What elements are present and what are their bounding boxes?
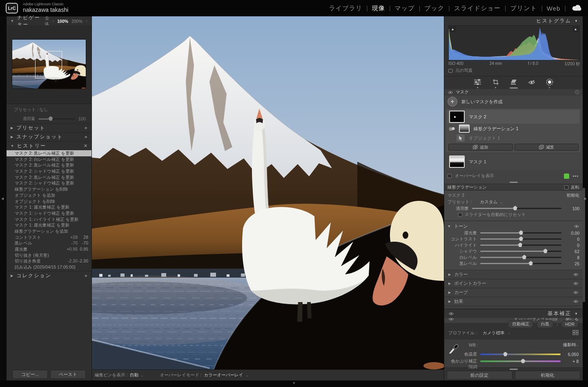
snapshots-panel-header[interactable]: ▶スナップショット+	[7, 132, 91, 141]
history-item[interactable]: コントラスト+2828	[7, 234, 91, 240]
eye-icon[interactable]	[574, 225, 579, 228]
edit-pins-value[interactable]: 自動	[130, 372, 138, 378]
collapse-triangle-icon[interactable]: ▼	[448, 225, 451, 228]
module-0[interactable]: ライブラリ	[329, 4, 363, 12]
add-preset-button[interactable]: +	[84, 125, 87, 131]
mask-2-row[interactable]: マスク 2	[448, 110, 579, 124]
chevron-down-icon[interactable]: ⌄	[141, 374, 144, 377]
module-1[interactable]: 現像	[372, 4, 385, 12]
paste-button[interactable]: ペースト	[50, 370, 86, 379]
history-item[interactable]: 線形グラデーション を削除	[7, 186, 91, 192]
mask-amount-slider[interactable]	[472, 208, 561, 209]
hdr-button[interactable]: HDR	[561, 320, 579, 328]
tone-slider[interactable]	[480, 257, 561, 258]
object-1-row[interactable]: オブジェクト 1	[448, 133, 579, 142]
cloud-sync-icon[interactable]	[572, 4, 582, 13]
nav-zoom-200[interactable]: 200%	[71, 19, 82, 24]
history-item[interactable]: オブジェクト を削除	[7, 198, 91, 205]
reset-mask-button[interactable]: 初期化	[567, 193, 580, 198]
info-icon[interactable]: ⓘ	[575, 89, 579, 96]
add-snapshot-button[interactable]: +	[84, 134, 87, 140]
gradient-1-thumbnail[interactable]	[459, 125, 470, 133]
tone-slider[interactable]	[480, 263, 561, 264]
add-mask-button[interactable]: +	[448, 97, 457, 107]
history-item[interactable]: マスク 2: 白レベル補正 を更新	[7, 156, 91, 162]
module-3[interactable]: ブック	[424, 4, 444, 12]
overlay-options-icon[interactable]: •••	[572, 173, 579, 178]
collapsed-section-カラー[interactable]: ▶カラー	[444, 270, 583, 279]
photo-canvas[interactable]	[92, 16, 444, 369]
histogram-plot[interactable]: ▲ ▲	[448, 25, 580, 60]
tint-slider[interactable]	[480, 360, 561, 362]
original-photo-toggle[interactable]: 元の写真	[448, 68, 472, 73]
history-item[interactable]: マスク 1: 露光量補正 を更新	[7, 204, 91, 210]
healing-tool-icon[interactable]	[510, 78, 518, 86]
module-2[interactable]: マップ	[395, 4, 415, 12]
basic-panel-header[interactable]: 基本補正▼	[444, 309, 583, 318]
tone-slider[interactable]	[480, 232, 561, 234]
navigator-header[interactable]: ▼ ナビゲーター 全体 ↕ 100% 200% ↕	[7, 16, 91, 25]
history-item[interactable]: マスク 2: シャドウ補正 を更新	[7, 168, 91, 174]
bw-button[interactable]: 白黒	[537, 320, 553, 328]
show-overlay-checkbox[interactable]	[448, 174, 452, 178]
masking-tool-icon[interactable]	[546, 78, 554, 86]
history-item[interactable]: マスク 2: 黒レベル補正 を更新	[7, 174, 91, 180]
tone-slider[interactable]	[480, 245, 561, 246]
overlay-mode-value[interactable]: カラーオーバーレイ	[204, 372, 243, 378]
history-item[interactable]: マスク 1: シャドウ補正 を更新	[7, 210, 91, 216]
edit-tool-icon[interactable]	[474, 78, 482, 86]
reset-button[interactable]: 初期化	[515, 371, 581, 380]
tone-slider[interactable]	[480, 251, 561, 252]
nav-zoom-100[interactable]: 100%	[57, 19, 68, 24]
left-panel-collapse-arrow[interactable]: ◀	[0, 16, 7, 380]
mask-add-button[interactable]: 追加	[448, 144, 513, 151]
mask-2-thumbnail[interactable]	[449, 111, 465, 123]
overlay-color-swatch[interactable]	[564, 173, 569, 179]
eye-icon[interactable]	[448, 312, 454, 316]
copy-button[interactable]: コピー...	[12, 370, 48, 379]
gradient-1-row[interactable]: 線形グラデーション 1	[448, 124, 579, 133]
history-item[interactable]: 読み込み (2025/04/15 17:05:00)	[7, 264, 91, 270]
history-item[interactable]: マスク 2: 黒レベル補正 を更新	[7, 150, 91, 156]
history-panel-header[interactable]: ▼ヒストリー✕	[7, 141, 91, 150]
eye-icon[interactable]	[448, 91, 453, 94]
chevron-down-icon[interactable]: ⌄	[508, 331, 511, 335]
preset-amount-slider[interactable]	[38, 118, 75, 120]
module-6[interactable]: Web	[547, 5, 561, 12]
collapsed-section-ポイントカラー[interactable]: ▶ポイントカラー	[444, 279, 583, 288]
mask-subtract-button[interactable]: 減算	[514, 144, 579, 151]
panel-drag-handle[interactable]	[510, 87, 518, 89]
nav-zoom-arrows-icon[interactable]: ↕	[86, 19, 87, 23]
wb-value[interactable]: 撮影時	[563, 342, 576, 348]
history-item[interactable]: 線形グラデーション を追加	[7, 228, 91, 234]
collapsed-section-カーブ[interactable]: ▶カーブ	[444, 288, 583, 297]
chevron-down-icon[interactable]: ⌄	[500, 200, 503, 204]
history-item[interactable]: マスク 2: 黒レベル補正 を更新	[7, 162, 91, 168]
histogram-header[interactable]: ヒストグラム ▼	[444, 16, 583, 25]
history-item[interactable]: 切り抜き (長方形)	[7, 252, 91, 258]
add-collection-button[interactable]: +	[84, 273, 87, 279]
collapsed-section-効果[interactable]: ▶効果	[444, 297, 583, 306]
profile-value[interactable]: カメラ標準	[483, 330, 504, 336]
create-mask-row[interactable]: + 新しいマスクを作成	[444, 96, 583, 108]
mask-1-row[interactable]: マスク 1	[448, 155, 579, 169]
wb-eyedropper-icon[interactable]	[448, 343, 459, 355]
history-item[interactable]: オブジェクト を追加	[7, 192, 91, 198]
right-panel-scrollbar[interactable]	[583, 188, 585, 302]
highlight-clipping-indicator[interactable]: ▲	[572, 27, 579, 32]
auto-reset-checkbox[interactable]	[458, 213, 462, 217]
history-item[interactable]: 黒レベル-70-70	[7, 240, 91, 246]
nav-zoom-arrows-icon[interactable]: ↕	[52, 19, 54, 23]
navigator-thumbnail[interactable]	[12, 40, 86, 89]
history-item[interactable]: マスク 1: ハイライト補正 を更新	[7, 216, 91, 222]
history-item[interactable]: マスク 1: 露光量補正 を更新	[7, 222, 91, 228]
navigator-zoom-rect[interactable]	[35, 51, 62, 78]
profile-browser-icon[interactable]	[572, 330, 579, 336]
module-5[interactable]: プリント	[510, 4, 537, 12]
module-4[interactable]: スライドショー	[454, 4, 501, 12]
shadow-clipping-indicator[interactable]: ▲	[450, 27, 456, 32]
history-item[interactable]: 露光量+0.950.95	[7, 246, 91, 252]
auto-correct-button[interactable]: 自動補正	[508, 320, 533, 328]
history-item[interactable]: マスク 2: シャドウ補正 を更新	[7, 180, 91, 186]
mask-1-thumbnail[interactable]	[449, 156, 465, 168]
